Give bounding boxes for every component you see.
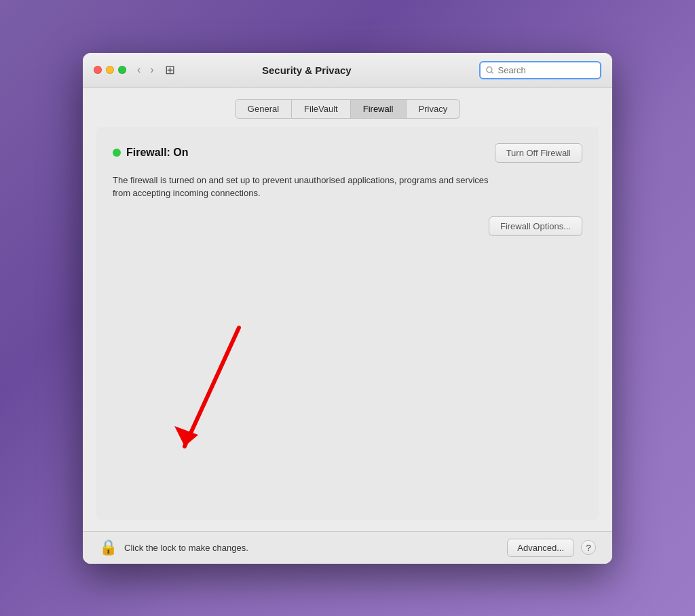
firewall-options-row: Firewall Options... (113, 216, 582, 236)
firewall-status: Firewall: On (113, 147, 189, 159)
tab-filevault[interactable]: FileVault (292, 99, 351, 119)
firewall-status-label: Firewall: On (126, 147, 189, 159)
maximize-button[interactable] (118, 66, 126, 74)
tabs-bar: General FileVault Firewall Privacy (83, 88, 612, 119)
advanced-button[interactable]: Advanced... (507, 539, 574, 557)
help-button[interactable]: ? (581, 540, 596, 555)
traffic-lights (94, 66, 126, 74)
minimize-button[interactable] (106, 66, 114, 74)
svg-point-0 (487, 66, 492, 72)
firewall-status-row: Firewall: On Turn Off Firewall (113, 143, 582, 163)
content-area: General FileVault Firewall Privacy Firew… (83, 88, 612, 564)
tab-general[interactable]: General (235, 99, 292, 119)
svg-marker-3 (174, 426, 198, 446)
lock-icon[interactable]: 🔒 (99, 539, 117, 556)
lock-text: Click the lock to make changes. (124, 543, 500, 553)
bottom-bar: 🔒 Click the lock to make changes. Advanc… (83, 531, 612, 564)
svg-line-2 (185, 328, 239, 446)
arrow-annotation (151, 321, 259, 473)
titlebar: ‹ › ⊞ Security & Privacy (83, 53, 612, 88)
tab-privacy[interactable]: Privacy (407, 99, 461, 119)
turn-off-firewall-button[interactable]: Turn Off Firewall (495, 143, 582, 163)
close-button[interactable] (94, 66, 102, 74)
arrow-svg (151, 321, 259, 470)
system-preferences-window: ‹ › ⊞ Security & Privacy General FileVau… (83, 53, 612, 564)
firewall-options-button[interactable]: Firewall Options... (489, 216, 582, 236)
firewall-description: The firewall is turned on and set up to … (113, 174, 493, 200)
svg-line-1 (491, 71, 493, 73)
status-indicator (113, 149, 121, 157)
search-input[interactable] (498, 65, 595, 75)
tab-firewall[interactable]: Firewall (351, 99, 407, 119)
search-icon (486, 66, 494, 75)
window-title: Security & Privacy (143, 64, 471, 76)
firewall-panel: Firewall: On Turn Off Firewall The firew… (96, 127, 599, 520)
search-box (479, 61, 601, 79)
